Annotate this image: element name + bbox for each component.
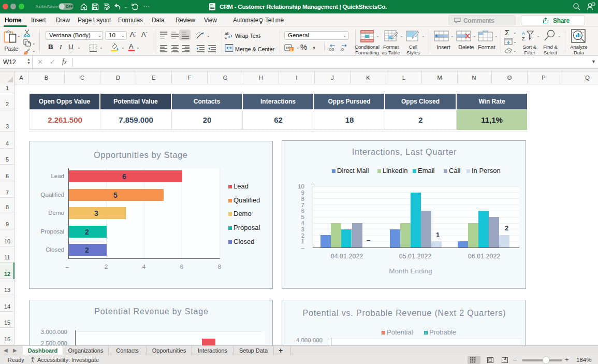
svg-text:$: $ [290,48,292,51]
svg-text:.0: .0 [340,47,344,51]
svg-text:c: c [225,35,227,39]
svg-text:A: A [522,31,525,36]
svg-text:Z: Z [522,36,525,41]
svg-text:.00: .00 [328,47,334,51]
